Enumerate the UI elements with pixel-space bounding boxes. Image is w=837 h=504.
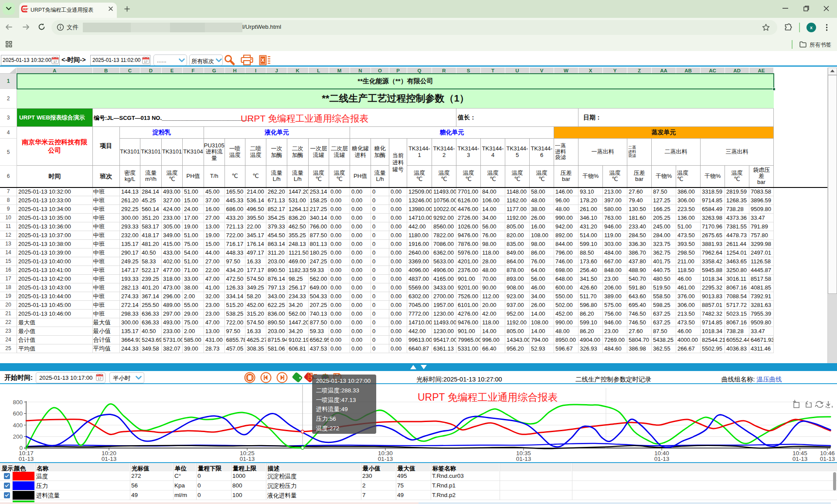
svg-text:800: 800	[13, 399, 23, 405]
svg-text:01-13: 01-13	[820, 456, 835, 462]
svg-text:01-13: 01-13	[378, 456, 393, 462]
svg-text:01-13: 01-13	[102, 456, 117, 462]
svg-text:X: X	[261, 58, 265, 63]
svg-text:17: 17	[54, 60, 57, 63]
svg-text:RPT: RPT	[23, 7, 28, 11]
svg-text:17: 17	[98, 377, 102, 380]
svg-text:01-13: 01-13	[654, 456, 670, 462]
svg-text:200: 200	[13, 433, 23, 440]
svg-text:01-13: 01-13	[240, 456, 255, 462]
svg-text:01-13: 01-13	[19, 456, 34, 462]
svg-text:600: 600	[13, 410, 23, 417]
svg-text:400: 400	[13, 422, 23, 429]
svg-text:17: 17	[144, 60, 148, 63]
svg-text:01-13: 01-13	[516, 456, 531, 462]
svg-text:01-13: 01-13	[793, 456, 808, 462]
